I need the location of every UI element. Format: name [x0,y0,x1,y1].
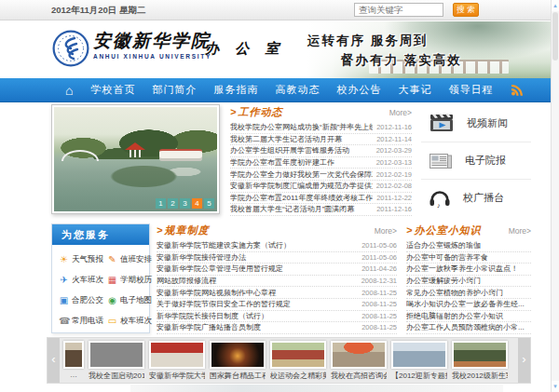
news-item-date: 2012-02-19 [376,170,412,179]
section-arrow-icon: > [230,106,236,117]
home-icon[interactable]: ⌂ [65,84,73,97]
tip-item[interactable]: 办公室缓解疲劳小窍门 [406,276,531,288]
service-label: 天气预报 [72,254,103,265]
gallery-thumb[interactable]: … [63,341,84,383]
gallery-thumb-caption: 我校2012级新生军训… [452,371,508,381]
service-link[interactable]: ✎ 值班安排 [103,250,152,270]
nav-item[interactable]: 服务指南 [205,83,266,97]
nav-item[interactable]: 领导日程 [440,83,501,97]
rule-item-date: 2008-11-25 [361,312,397,320]
gallery-thumb-photo [391,341,447,369]
rule-item[interactable]: 安徽新华学院广播站播音员制度 2008-11-25 [157,322,397,334]
gallery-thumb[interactable]: 【2012迎新专题报道… [391,341,447,383]
photo-pavilion-roof-shape [125,142,145,150]
news-item[interactable]: 学院办公室全力做好我校第一次党代会保障工作 2012-02-19 [230,169,412,181]
slideshow-photo: 12345 [54,107,217,211]
tip-item[interactable]: 喝水小知识办公室一族必备养生经... [406,299,531,311]
service-link[interactable]: ▭ 校车班次 [103,311,152,331]
work-news-more-link[interactable]: More> [389,108,412,117]
news-item[interactable]: 学院办公室布置年度初评建工作 2012-03-13 [230,157,412,169]
rss-icon[interactable] [511,84,524,96]
rule-item-date: 2008-11-25 [361,323,397,331]
rule-item[interactable]: 网站故障报修流程 2008-12-31 [157,276,397,288]
gallery-thumb-caption: 安徽新华学院大学生… [149,371,205,381]
slideshow-page-button[interactable]: 4 [192,198,202,209]
rules-more-link[interactable]: More> [375,226,397,236]
scroll-up-arrow[interactable]: ▲ [552,0,559,11]
scrollbar[interactable]: ▲ ▼ [551,0,559,392]
tip-item[interactable]: 办公室中可备的营养零食 [406,252,531,264]
tip-item[interactable]: 办公室工作人员预防颈椎病的小常... [406,322,531,334]
nav-item[interactable]: 大事记 [389,83,440,97]
service-link[interactable]: ☀ 天气预报 [55,250,103,270]
service-link[interactable]: ▣ 合肥公交 [55,291,103,311]
work-news-list: 我校学院办公室网站成功换“新颜”并率先上线运行 2012-11-16 我校第二届… [230,122,412,216]
rules-list: 安徽新华学院节能建设实施方案（试行） 2011-05-06 安徽新华学院接待管理… [157,240,397,334]
campus-radio-link[interactable]: ♪ 校广播台 [421,179,531,216]
campus-radio-icon: ♪ [429,188,451,209]
nav-item[interactable]: 校办公告 [328,83,389,97]
news-item[interactable]: 我校第二届大学生记者活动月开幕 2012-11-14 [230,134,412,146]
slideshow-page-button[interactable]: 5 [204,198,214,209]
rule-item[interactable]: 新华学院院长接待日制度（试行） 2008-11-25 [157,311,397,323]
office-tips-more-link[interactable]: More> [509,226,531,236]
e-newspaper-link[interactable]: 电子院报 [421,142,531,179]
service-label: 校车班次 [120,316,152,327]
news-item[interactable]: 我校首届大学生“记者活动月”圆满闭幕 2011-12-16 [230,204,412,216]
scrollbar-thumb[interactable] [552,12,558,61]
slogan-line-1: 运转有序 服务周到 [307,33,429,49]
gallery-thumb[interactable]: 国家舞台精品工程剧… [210,341,266,383]
gallery-thumb[interactable]: 安徽新华学院大学生… [149,341,205,383]
tip-item[interactable]: 拒绝电脑辐射的办公室小知识 [406,311,531,323]
tip-item[interactable]: 常见办公室植物的养护小窍门 [406,287,531,299]
news-item-date: 2012-02-08 [376,182,412,190]
nav-items: 学校首页部门简介服务指南高教动态校办公告大事记领导日程 [82,83,501,97]
footer-faded-image [130,385,503,392]
gallery-thumb[interactable]: 校运动会之精彩剪影 [270,341,326,383]
search-button[interactable]: 搜 索 [453,3,479,17]
service-link[interactable]: ◉ 电子地图 [103,291,152,311]
gallery-track: … 我校全面启动2013届… 安徽新华学院大学生… 国家舞台精品工程剧… 校运动… [60,338,518,383]
rule-item[interactable]: 安徽新华学院公章管理与使用暂行规定 2011-04-26 [157,264,397,276]
slideshow-page-button[interactable]: 1 [156,198,166,209]
nav-item[interactable]: 部门简介 [143,83,205,97]
slideshow-pager: 12345 [156,198,214,209]
gallery-thumb-photo [331,341,387,369]
service-link[interactable]: ☎ 常用电话 [55,311,103,331]
e-newspaper-icon [429,152,453,170]
video-news-icon [429,113,455,133]
rule-item[interactable]: 关于做好学院节假日安全工作的暂行规定 2008-11-25 [157,299,397,311]
gallery-next-button[interactable]: › [518,338,530,383]
news-item[interactable]: 安徽新华学院制度汇编成册为规范办学提供支撑 2012-02-08 [230,181,412,193]
service-icon: ☎ [59,317,69,326]
service-icon: ✎ [107,255,117,264]
service-label: 常用电话 [72,316,103,327]
nav-item[interactable]: 学校首页 [82,83,143,97]
gallery-thumb-photo [270,341,326,369]
gallery-thumb[interactable]: 我校2012级新生军训… [452,341,508,383]
tip-item[interactable]: 办公室一族秋季养生小常识盘点！ [406,264,531,276]
slideshow-page-button[interactable]: 2 [168,198,178,209]
service-link[interactable]: ▦ 学期校历 [103,270,152,291]
news-item[interactable]: 办公室学生组织开展学雷锋服务活动 2012-03-29 [230,145,412,157]
rule-item-date: 2011-05-06 [361,253,397,262]
topbar: 2012年11月20日 星期二 搜 索 [0,0,551,20]
service-link[interactable]: ✈ 火车班次 [55,270,103,291]
gallery-prev-button[interactable]: ‹ [48,338,60,383]
nav-item[interactable]: 高教动态 [266,83,328,97]
search-input[interactable] [354,3,443,17]
video-news-link[interactable]: 视频新闻 [421,104,531,142]
rule-item[interactable]: 安徽新华学院节能建设实施方案（试行） 2011-05-06 [157,240,397,252]
tip-item[interactable]: 适合办公室锻炼的瑜伽 [406,240,531,252]
rule-item-date: 2011-05-06 [361,241,397,250]
gallery-thumb[interactable]: 我校在高招咨询会上… [331,341,387,383]
scroll-down-arrow[interactable]: ▼ [552,381,559,392]
rule-item[interactable]: 安徽新华学院网站视频制作中心章程 2008-11-25 [157,287,397,299]
slideshow-page-button[interactable]: 3 [180,198,190,209]
news-item[interactable]: 我校学院办公室网站成功换“新颜”并率先上线运行 2012-11-16 [230,122,412,134]
office-tips-list: 适合办公室锻炼的瑜伽 办公室中可备的营养零食 办公室一族秋季养生小常识盘点！ 办… [406,240,531,334]
gallery-thumb[interactable]: 我校全面启动2013届… [89,341,144,383]
news-item[interactable]: 学院办公室布置2011年度年终绩效考核工作 2011-12-22 [230,193,412,205]
slideshow[interactable]: 12345 [51,104,220,214]
rule-item[interactable]: 安徽新华学院接待管理办法 2011-05-06 [157,252,397,264]
